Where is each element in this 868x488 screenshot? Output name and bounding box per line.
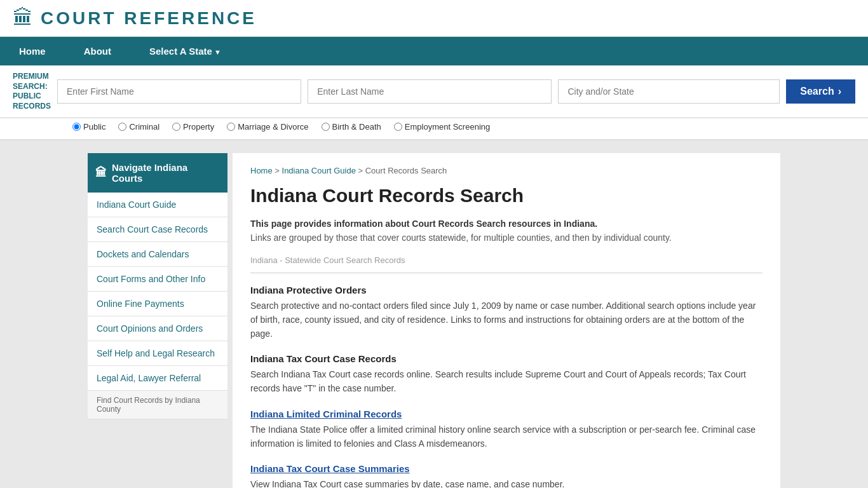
sidebar: 🏛 Navigate Indiana Courts Indiana Court … xyxy=(88,153,227,488)
radio-marriage-divorce[interactable]: Marriage & Divorce xyxy=(227,122,308,132)
record-entry-3: Indiana Tax Court Case Summaries View In… xyxy=(250,463,763,488)
city-state-input[interactable] xyxy=(558,79,780,104)
radio-property[interactable]: Property xyxy=(172,122,214,132)
breadcrumb-state-guide[interactable]: Indiana Court Guide xyxy=(282,166,356,175)
sidebar-item-court-forms[interactable]: Court Forms and Other Info xyxy=(88,267,227,292)
sidebar-item-online-fine-payments[interactable]: Online Fine Payments xyxy=(88,292,227,316)
sidebar-court-icon: 🏛 xyxy=(95,166,107,180)
sidebar-county-label: Find Court Records by Indiana County xyxy=(88,391,227,419)
first-name-input[interactable] xyxy=(57,79,301,104)
breadcrumb-home[interactable]: Home xyxy=(250,166,273,175)
record-title-1: Indiana Tax Court Case Records xyxy=(250,353,763,364)
record-entry-0: Indiana Protective Orders Search protect… xyxy=(250,285,763,341)
search-button[interactable]: Search › xyxy=(786,79,855,104)
record-title-2[interactable]: Indiana Limited Criminal Records xyxy=(250,409,763,419)
statewide-section-label: Indiana - Statewide Court Search Records xyxy=(250,255,763,265)
nav-about[interactable]: About xyxy=(65,37,130,65)
nav-home[interactable]: Home xyxy=(0,37,65,65)
sidebar-item-court-guide[interactable]: Indiana Court Guide xyxy=(88,193,227,217)
search-label: PREMIUM SEARCH: PUBLIC RECORDS xyxy=(13,72,51,111)
main-nav: Home About Select A State xyxy=(0,37,868,65)
record-entry-2: Indiana Limited Criminal Records The Ind… xyxy=(250,409,763,451)
nav-select-state[interactable]: Select A State xyxy=(130,37,240,65)
logo-icon: 🏛 xyxy=(13,6,33,30)
record-entry-1: Indiana Tax Court Case Records Search In… xyxy=(250,353,763,395)
record-body-0: Search protective and no-contact orders … xyxy=(250,299,763,341)
logo-text: COURT REFERENCE xyxy=(41,8,257,29)
record-body-3: View Indiana Tax Court case summaries by… xyxy=(250,478,763,488)
record-title-3[interactable]: Indiana Tax Court Case Summaries xyxy=(250,463,763,474)
sidebar-item-court-opinions[interactable]: Court Opinions and Orders xyxy=(88,316,227,341)
section-divider xyxy=(250,273,763,273)
sidebar-nav-header-label: Navigate Indiana Courts xyxy=(112,162,220,184)
last-name-input[interactable] xyxy=(308,79,552,104)
site-header: 🏛 COURT REFERENCE xyxy=(0,0,868,37)
radio-public[interactable]: Public xyxy=(72,122,105,132)
radio-birth-death[interactable]: Birth & Death xyxy=(322,122,381,132)
search-bar: PREMIUM SEARCH: PUBLIC RECORDS Search › xyxy=(0,65,868,118)
record-title-0: Indiana Protective Orders xyxy=(250,285,763,295)
intro-bold: This page provides information about Cou… xyxy=(250,219,763,229)
radio-employment[interactable]: Employment Screening xyxy=(394,122,490,132)
breadcrumb: Home > Indiana Court Guide > Court Recor… xyxy=(250,166,763,175)
main-content: 🏛 Navigate Indiana Courts Indiana Court … xyxy=(88,153,780,488)
intro-text: Links are grouped by those that cover co… xyxy=(250,233,763,243)
sidebar-nav-header[interactable]: 🏛 Navigate Indiana Courts xyxy=(88,153,227,193)
content-area: Home > Indiana Court Guide > Court Recor… xyxy=(233,153,780,488)
sidebar-item-dockets-calendars[interactable]: Dockets and Calendars xyxy=(88,242,227,267)
radio-criminal[interactable]: Criminal xyxy=(118,122,159,132)
page-title: Indiana Court Records Search xyxy=(250,184,763,207)
search-type-options: Public Criminal Property Marriage & Divo… xyxy=(0,118,868,140)
sidebar-item-self-help[interactable]: Self Help and Legal Research xyxy=(88,341,227,366)
sidebar-item-search-case-records[interactable]: Search Court Case Records xyxy=(88,217,227,242)
breadcrumb-current: Court Records Search xyxy=(365,166,447,175)
sidebar-item-legal-aid[interactable]: Legal Aid, Lawyer Referral xyxy=(88,366,227,391)
record-body-1: Search Indiana Tax Court case records on… xyxy=(250,368,763,395)
record-body-2: The Indiana State Police offer a limited… xyxy=(250,423,763,451)
